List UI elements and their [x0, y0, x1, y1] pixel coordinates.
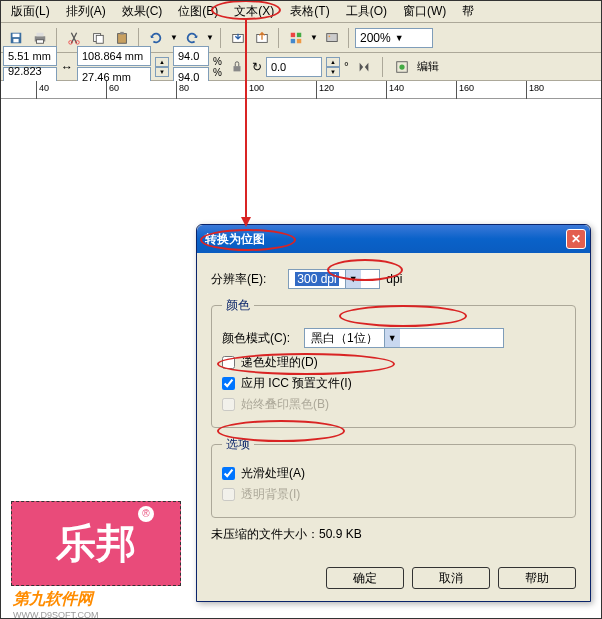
- svg-rect-5: [37, 39, 44, 43]
- dialog-titlebar[interactable]: 转换为位图 ✕: [197, 225, 590, 253]
- spin-down-icon[interactable]: ▼: [155, 67, 169, 77]
- pos-x-input[interactable]: 5.51 mm: [3, 46, 57, 66]
- svg-rect-2: [13, 38, 18, 42]
- dialog-title: 转换为位图: [205, 231, 265, 248]
- transparent-label: 透明背景(I): [241, 486, 300, 503]
- svg-rect-17: [297, 38, 301, 42]
- zoom-value: 200%: [360, 31, 391, 45]
- svg-rect-14: [291, 32, 295, 36]
- overprint-checkbox: [222, 398, 235, 411]
- svg-point-19: [329, 35, 331, 37]
- transparent-checkbox: [222, 488, 235, 501]
- resolution-value: 300 dpi: [295, 272, 338, 286]
- color-mode-value: 黑白（1位）: [311, 330, 378, 347]
- rot-up-icon[interactable]: ▲: [326, 57, 340, 67]
- icc-checkbox[interactable]: [222, 377, 235, 390]
- menu-window[interactable]: 窗口(W): [395, 0, 454, 23]
- cancel-button[interactable]: 取消: [412, 567, 490, 589]
- ok-button[interactable]: 确定: [326, 567, 404, 589]
- menu-effects[interactable]: 效果(C): [114, 0, 171, 23]
- overprint-label: 始终叠印黑色(B): [241, 396, 329, 413]
- svg-rect-11: [120, 31, 124, 34]
- help-button[interactable]: 帮助: [498, 567, 576, 589]
- color-group: 颜色 颜色模式(C): 黑白（1位） ▼ 递色处理的(D) 应用 ICC 预置文…: [211, 297, 576, 428]
- scale-x-input[interactable]: 94.0: [173, 46, 209, 66]
- lock-ratio-icon[interactable]: [226, 56, 248, 78]
- property-bar: 5.51 mm 92.823 mm ↔ 108.864 mm 27.46 mm …: [1, 53, 601, 81]
- svg-rect-20: [233, 66, 240, 71]
- antialias-label: 光滑处理(A): [241, 465, 305, 482]
- menu-bar: 版面(L) 排列(A) 效果(C) 位图(B) 文本(X) 表格(T) 工具(O…: [1, 1, 601, 23]
- trace-icon[interactable]: [391, 56, 413, 78]
- app-dropdown-icon[interactable]: ▼: [309, 27, 319, 49]
- svg-rect-16: [291, 38, 295, 42]
- menu-text[interactable]: 文本(X): [226, 0, 282, 23]
- registered-icon: ®: [138, 506, 154, 522]
- size-w-icon: ↔: [61, 60, 73, 74]
- svg-rect-9: [96, 35, 103, 43]
- logo-text: 乐邦 ®: [56, 516, 136, 571]
- degree-icon: °: [344, 60, 349, 74]
- welcome-icon[interactable]: [321, 27, 343, 49]
- rot-down-icon[interactable]: ▼: [326, 67, 340, 77]
- dpi-unit: dpi: [386, 272, 402, 286]
- svg-point-22: [399, 64, 404, 69]
- mirror-h-icon[interactable]: [353, 56, 375, 78]
- menu-table[interactable]: 表格(T): [282, 0, 337, 23]
- convert-to-bitmap-dialog: 转换为位图 ✕ 分辨率(E): 300 dpi ▼ dpi 颜色 颜色模式(C)…: [196, 224, 591, 602]
- menu-bitmap[interactable]: 位图(B): [170, 0, 226, 23]
- dither-label: 递色处理的(D): [241, 354, 318, 371]
- chevron-down-icon: ▼: [395, 33, 404, 43]
- svg-rect-4: [37, 32, 44, 36]
- svg-rect-10: [118, 33, 127, 43]
- color-legend: 颜色: [222, 297, 254, 314]
- svg-rect-18: [327, 33, 338, 41]
- svg-rect-15: [297, 32, 301, 36]
- menu-layout[interactable]: 版面(L): [3, 0, 58, 23]
- rotate-icon: ↻: [252, 60, 262, 74]
- zoom-dropdown[interactable]: 200% ▼: [355, 28, 433, 48]
- import-icon[interactable]: [227, 27, 249, 49]
- color-mode-combo[interactable]: 黑白（1位） ▼: [304, 328, 504, 348]
- chevron-down-icon: ▼: [384, 329, 400, 347]
- options-legend: 选项: [222, 436, 254, 453]
- menu-help[interactable]: 帮: [454, 0, 482, 23]
- watermark: 第九软件网: [13, 589, 93, 610]
- spin-up-icon[interactable]: ▲: [155, 57, 169, 67]
- resolution-label: 分辨率(E):: [211, 271, 266, 288]
- filesize-label: 未压缩的文件大小：50.9 KB: [211, 526, 362, 543]
- ruler: 40 60 80 100 120 140 160 180: [1, 81, 601, 99]
- antialias-checkbox[interactable]: [222, 467, 235, 480]
- edit-bitmap-label[interactable]: 编辑: [417, 59, 439, 74]
- rotate-input[interactable]: 0.0: [266, 57, 322, 77]
- options-group: 选项 光滑处理(A) 透明背景(I): [211, 436, 576, 518]
- size-w-input[interactable]: 108.864 mm: [77, 46, 151, 66]
- dither-checkbox[interactable]: [222, 356, 235, 369]
- chevron-down-icon: ▼: [345, 270, 361, 288]
- close-icon[interactable]: ✕: [566, 229, 586, 249]
- menu-tools[interactable]: 工具(O): [338, 0, 395, 23]
- svg-rect-1: [13, 33, 20, 37]
- app-launcher-icon[interactable]: [285, 27, 307, 49]
- watermark-url: WWW.D9SOFT.COM: [13, 610, 99, 619]
- icc-label: 应用 ICC 预置文件(I): [241, 375, 352, 392]
- color-mode-label: 颜色模式(C):: [222, 330, 290, 347]
- resolution-combo[interactable]: 300 dpi ▼: [288, 269, 380, 289]
- menu-arrange[interactable]: 排列(A): [58, 0, 114, 23]
- export-icon[interactable]: [251, 27, 273, 49]
- selected-bitmap[interactable]: 乐邦 ®: [11, 501, 181, 586]
